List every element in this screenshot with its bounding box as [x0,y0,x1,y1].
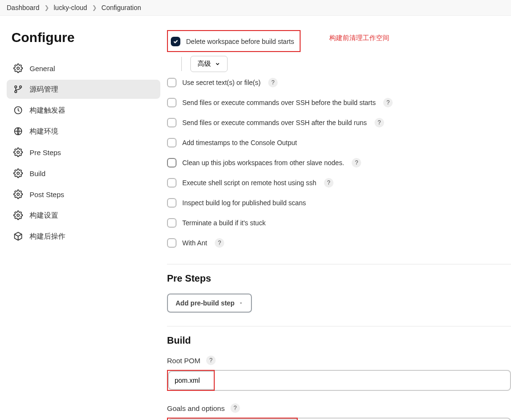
label-text: Goals and options [167,404,225,412]
help-icon[interactable]: ? [230,403,240,413]
sidebar-item-label: Pre Steps [30,148,61,157]
advanced-button-label: 高级 [198,60,211,68]
chevron-right-icon: ❯ [44,4,49,11]
sidebar-item-general[interactable]: General [7,59,160,78]
button-label: Add pre-build step [176,299,235,307]
advanced-button[interactable]: 高级 [190,56,228,72]
sidebar-item-postbuild[interactable]: 构建后操作 [7,227,160,246]
highlight-root-pom [167,370,215,391]
checkbox-ssh-after[interactable] [167,118,177,127]
sidebar-item-label: 构建后操作 [30,232,65,241]
main-content: Delete workspace before build starts 构建前… [167,16,511,420]
goals-input-tail[interactable] [298,418,511,420]
checkbox-inspect-log[interactable] [167,198,177,208]
checkbox-label: Clean up this jobs workspaces from other… [182,159,344,167]
sidebar-item-label: 源码管理 [30,85,58,94]
checkbox-timestamps[interactable] [167,138,177,147]
sidebar-item-label: General [30,64,55,73]
sidebar-item-label: Build [30,169,45,178]
gear-icon [13,63,23,73]
goals-row: 跳过单元测试 清掉打包目录 [167,418,511,420]
help-icon[interactable]: ? [352,158,361,168]
svg-point-3 [15,91,17,93]
svg-point-9 [17,214,20,217]
label-text: Root POM [167,357,200,365]
svg-point-7 [17,172,20,175]
sidebar: Configure General 源码管理 构建触发器 构建环境 [0,16,167,420]
checkbox-label: Send files or execute commands over SSH … [182,119,367,126]
svg-point-8 [17,193,20,196]
checkbox-label: Use secret text(s) or file(s) [182,79,261,86]
breadcrumb-item-dashboard[interactable]: Dashboard [7,4,40,11]
sidebar-item-env[interactable]: 构建环境 [7,122,160,141]
globe-icon [13,126,23,136]
tree-line [181,57,182,71]
checkbox-label: Send files or execute commands over SSH … [182,99,375,106]
sidebar-item-label: Post Steps [30,190,64,199]
checkbox-use-secret[interactable] [167,78,177,87]
gear-icon [13,210,23,220]
sidebar-item-scm[interactable]: 源码管理 [7,80,160,99]
checkbox-terminate-stuck[interactable] [167,218,177,228]
checkbox-ssh-before[interactable] [167,98,177,107]
sidebar-item-build[interactable]: Build [7,164,160,183]
help-icon[interactable]: ? [324,178,334,188]
sidebar-item-triggers[interactable]: 构建触发器 [7,101,160,120]
divider [167,264,511,264]
checkbox-cleanup-workspaces[interactable] [167,158,177,168]
help-icon[interactable]: ? [206,356,216,365]
help-icon[interactable]: ? [375,118,384,127]
branch-icon [13,84,23,94]
help-icon[interactable]: ? [215,238,224,248]
breadcrumb-item-configuration[interactable]: Configuration [102,4,141,11]
sidebar-item-label: 构建触发器 [30,106,65,115]
root-pom-input-tail[interactable] [215,370,511,391]
chevron-right-icon: ❯ [92,4,97,11]
sidebar-item-label: 构建环境 [30,127,58,136]
sidebar-item-poststeps[interactable]: Post Steps [7,185,160,204]
help-icon[interactable]: ? [383,98,393,107]
checkbox-label: Execute shell script on remote host usin… [182,179,316,187]
checkbox-label: Add timestamps to the Console Output [182,139,297,147]
breadcrumb-item-project[interactable]: lucky-cloud [54,4,87,11]
sidebar-item-buildsettings[interactable]: 构建设置 [7,206,160,225]
svg-point-2 [20,86,21,88]
chevron-down-icon [215,61,220,67]
help-icon[interactable]: ? [268,78,278,87]
highlight-delete-workspace: Delete workspace before build starts [167,30,301,52]
sidebar-item-presteps[interactable]: Pre Steps [7,143,160,162]
field-label-root-pom: Root POM ? [167,356,511,365]
svg-point-0 [17,67,20,70]
section-title-build: Build [167,335,511,346]
checkbox-delete-workspace[interactable] [171,37,180,46]
checkbox-label: Delete workspace before build starts [186,38,294,45]
add-prebuild-step-button[interactable]: Add pre-build step [167,294,252,313]
checkbox-with-ant[interactable] [167,238,177,248]
section-title-presteps: Pre Steps [167,273,511,284]
annotation-clean-workspace: 构建前清理工作空间 [329,34,389,42]
gear-icon [13,147,23,157]
page-title: Configure [11,30,156,45]
clock-icon [13,105,23,115]
gear-icon [13,189,23,199]
package-icon [13,231,23,241]
sidebar-item-label: 构建设置 [30,211,58,220]
breadcrumb: Dashboard ❯ lucky-cloud ❯ Configuration [0,0,511,16]
checkbox-label: With Ant [182,239,207,247]
svg-point-1 [15,86,17,88]
highlight-goals [167,418,298,420]
svg-point-6 [17,151,20,154]
gear-icon [13,168,23,178]
field-label-goals: Goals and options ? [167,403,511,413]
checkbox-label: Inspect build log for published build sc… [182,199,306,207]
root-pom-input[interactable] [168,371,214,390]
checkbox-exec-shell-ssh[interactable] [167,178,177,188]
root-pom-row [167,370,511,391]
divider [167,326,511,326]
checkbox-label: Terminate a build if it's stuck [182,219,266,227]
caret-down-icon [239,301,243,305]
